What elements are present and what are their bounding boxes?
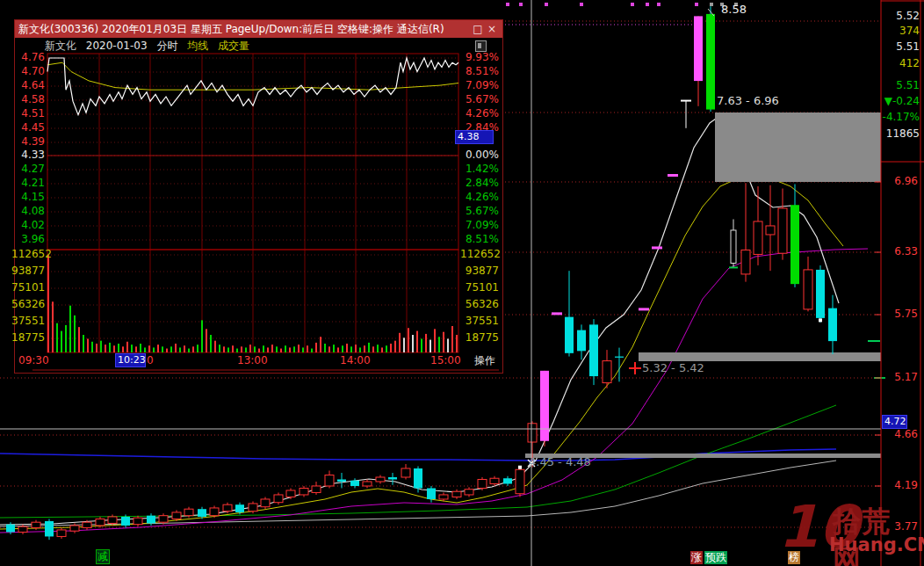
signal-tag-jian: 减 xyxy=(96,549,110,564)
intraday-percent-label: 5.67% xyxy=(460,205,499,217)
site-watermark: 10 拾荒网 Huang.CN xyxy=(778,496,892,566)
main-axis-price-label: 5.17 xyxy=(883,371,918,383)
intraday-price-label: 4.45 xyxy=(15,121,45,134)
quote-value: -4.17% xyxy=(881,111,920,123)
intraday-popup-window[interactable]: 新文化(300336) 2020年01月03日 星期五 PageUp/Down:… xyxy=(14,19,503,374)
quote-value: ▼-0.24 xyxy=(881,95,920,107)
intraday-price-label: 4.51 xyxy=(15,107,45,120)
volume-axis-label: 93877 xyxy=(11,265,45,277)
intraday-percent-label: 7.09% xyxy=(460,219,499,231)
signal-tag-zhang: 涨 xyxy=(690,551,703,564)
intraday-price-label: 4.76 xyxy=(15,51,45,63)
annotation-breakout-zone-low: 4.45 - 4.48 xyxy=(529,455,591,468)
volume-axis-label: 37551 xyxy=(460,315,499,327)
intraday-price-label: 4.15 xyxy=(15,191,45,203)
intraday-percent-label: 9.93% xyxy=(460,51,499,63)
intraday-percent-label: 5.67% xyxy=(460,93,499,105)
buy-point-marker xyxy=(629,362,641,374)
intraday-price-label: 4.39 xyxy=(15,135,45,148)
intraday-price-label: 4.08 xyxy=(15,205,45,217)
signal-tag-yudie: 预跌 xyxy=(704,551,727,564)
volume-axis-label: 18775 xyxy=(460,331,499,344)
quote-value: 5.51 xyxy=(881,79,920,91)
ma-green xyxy=(0,405,836,518)
main-axis-price-label: 5.75 xyxy=(883,308,918,320)
volume-axis-label: 75101 xyxy=(11,281,45,294)
volume-axis-label: 37551 xyxy=(11,315,45,327)
quote-value: 412 xyxy=(881,57,920,69)
intraday-percent-label: 4.26% xyxy=(460,191,499,203)
intraday-price-label: 4.33 xyxy=(15,149,45,161)
intraday-percent-label: 8.51% xyxy=(460,65,499,77)
cursor-price-box: 4.38 xyxy=(455,130,494,144)
watermark-site-url: Huang.CN xyxy=(829,534,924,555)
volume-axis-label: 93877 xyxy=(460,265,499,277)
time-axis-label: 15:00 xyxy=(430,354,461,366)
main-axis-price-label: 4.19 xyxy=(883,479,918,491)
intraday-chart[interactable] xyxy=(15,20,504,374)
cursor-time-box: 10:23 xyxy=(115,353,146,367)
intraday-percent-label: 7.09% xyxy=(460,79,499,91)
volume-axis-label: 18775 xyxy=(11,331,45,344)
volume-axis-label: 56326 xyxy=(11,298,45,310)
intraday-percent-label: 0.00% xyxy=(460,149,499,161)
intraday-price-label: 3.96 xyxy=(15,233,45,245)
volume-axis-label: 112652 xyxy=(11,248,45,260)
quote-value: 11865 xyxy=(881,127,920,140)
time-axis-label: 14:00 xyxy=(340,354,371,366)
intraday-price-label: 4.02 xyxy=(15,219,45,231)
volume-axis-label: 75101 xyxy=(460,281,499,294)
time-axis-label: 09:30 xyxy=(18,354,49,366)
crosshair-price-box: 4.72 xyxy=(882,415,907,429)
annotation-high-price: 8.58 xyxy=(721,3,747,16)
main-axis-price-label: 6.33 xyxy=(883,245,918,258)
volume-axis-label: 112652 xyxy=(460,248,499,260)
annotation-support-zone-mid: 5.32 - 5.42 xyxy=(642,361,704,374)
intraday-price-label: 4.70 xyxy=(15,65,45,77)
measure-zones xyxy=(525,112,881,458)
intraday-price-label: 4.58 xyxy=(15,93,45,105)
volume-axis-label: 56326 xyxy=(460,298,499,310)
intraday-percent-label: 2.84% xyxy=(460,177,499,189)
intraday-price-label: 4.21 xyxy=(15,177,45,189)
intraday-percent-label: 1.42% xyxy=(460,163,499,175)
intraday-price-label: 4.64 xyxy=(15,79,45,91)
quote-value: 374 xyxy=(881,25,920,37)
intraday-percent-label: 4.26% xyxy=(460,107,499,120)
annotation-gap-zone-high: 7.63 - 6.96 xyxy=(717,94,779,107)
intraday-price-label: 4.27 xyxy=(15,163,45,175)
time-axis-label: 13:00 xyxy=(237,354,268,366)
quote-value: 5.52 xyxy=(881,10,920,22)
trading-terminal-screen: 6.966.335.755.174.664.193.77 5.523745.51… xyxy=(0,0,924,566)
main-axis-price-label: 6.96 xyxy=(883,175,918,187)
quote-value: 5.51 xyxy=(881,40,920,53)
intraday-percent-label: 8.51% xyxy=(460,233,499,245)
main-axis-price-label: 4.66 xyxy=(883,428,918,440)
